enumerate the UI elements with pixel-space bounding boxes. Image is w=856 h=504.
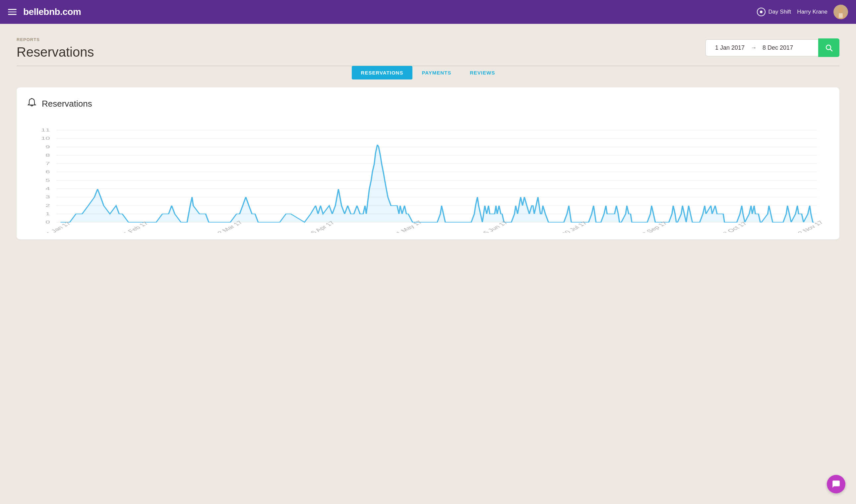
svg-text:8: 8 — [46, 152, 50, 157]
tabs-bar: RESERVATIONS PAYMENTS REVIEWS — [17, 66, 839, 79]
svg-text:0: 0 — [46, 219, 50, 224]
chart-svg: .grid-line { stroke: #e8e5e0; stroke-wid… — [27, 120, 829, 233]
page-title: Reservations — [17, 45, 94, 60]
svg-text:2: 2 — [46, 203, 50, 208]
date-to: 8 Dec 2017 — [763, 44, 793, 51]
svg-text:1: 1 — [46, 211, 50, 216]
date-arrow: → — [751, 44, 756, 51]
day-shift-toggle[interactable]: Day Shift — [757, 7, 791, 16]
svg-text:12 Mar 17: 12 Mar 17 — [212, 219, 244, 232]
sun-icon — [757, 7, 766, 16]
chart-header: Reservations — [27, 97, 829, 110]
svg-rect-2 — [839, 13, 843, 18]
header: bellebnb.com Day Shift Harry Krane — [0, 0, 856, 24]
chart-area: .grid-line { stroke: #e8e5e0; stroke-wid… — [27, 120, 829, 233]
svg-text:5: 5 — [46, 178, 50, 182]
svg-line-4 — [831, 49, 833, 51]
content-area: REPORTS Reservations 1 Jan 2017 → 8 Dec … — [0, 24, 856, 249]
svg-text:10: 10 — [41, 136, 50, 140]
chart-card: Reservations .grid-line { stroke: #e8e5e… — [17, 87, 839, 239]
title-block: REPORTS Reservations — [17, 37, 94, 60]
date-range-container: 1 Jan 2017 → 8 Dec 2017 — [705, 38, 839, 57]
header-left: bellebnb.com — [8, 7, 81, 17]
svg-point-0 — [838, 7, 844, 13]
header-right: Day Shift Harry Krane — [757, 5, 848, 19]
logo: bellebnb.com — [23, 7, 81, 17]
search-button[interactable] — [818, 38, 839, 57]
date-from: 1 Jan 2017 — [715, 44, 744, 51]
svg-text:9: 9 — [46, 144, 50, 149]
avatar[interactable] — [834, 5, 848, 19]
chat-button[interactable] — [827, 475, 845, 493]
page-header: REPORTS Reservations 1 Jan 2017 → 8 Dec … — [17, 37, 839, 60]
day-shift-label: Day Shift — [768, 8, 791, 15]
menu-button[interactable] — [8, 9, 17, 15]
svg-text:4: 4 — [46, 186, 50, 191]
chart-title: Reservations — [42, 99, 92, 109]
tab-reviews[interactable]: REVIEWS — [461, 66, 504, 79]
svg-text:3: 3 — [46, 194, 50, 199]
svg-text:6: 6 — [46, 169, 50, 174]
svg-text:11: 11 — [41, 127, 50, 132]
user-name: Harry Krane — [797, 8, 827, 15]
tab-reservations[interactable]: RESERVATIONS — [352, 66, 413, 79]
date-range-input[interactable]: 1 Jan 2017 → 8 Dec 2017 — [705, 39, 818, 56]
bell-icon — [27, 97, 37, 110]
svg-text:8 Oct 17: 8 Oct 17 — [721, 221, 749, 233]
breadcrumb: REPORTS — [17, 37, 94, 42]
tab-payments[interactable]: PAYMENTS — [412, 66, 461, 79]
svg-text:7: 7 — [46, 161, 50, 166]
